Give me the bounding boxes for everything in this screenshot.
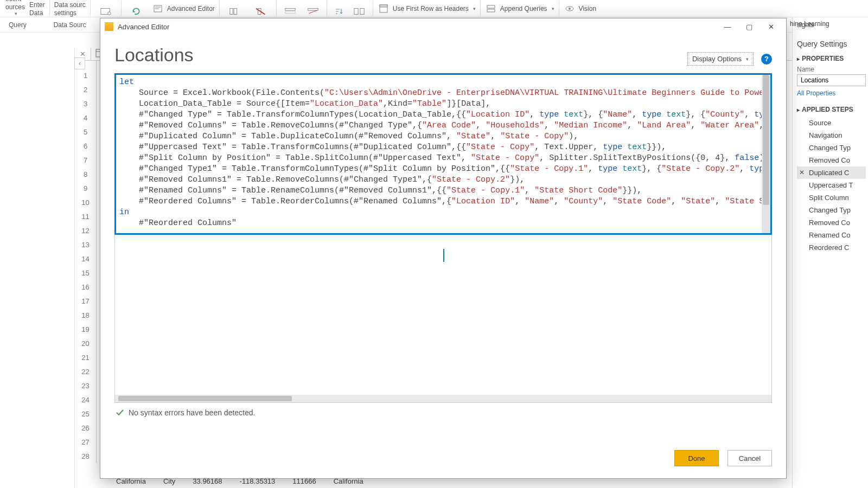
code-content[interactable]: let Source = Excel.Workbook(File.Content… — [116, 75, 770, 231]
row-number[interactable]: 20 — [75, 336, 96, 350]
ribbon-advanced-editor[interactable]: Advanced Editor — [150, 0, 217, 17]
ribbon-data-source-settings[interactable]: Data sourc settings — [52, 0, 88, 17]
applied-step[interactable]: Split Column — [797, 191, 866, 204]
properties-section[interactable]: ▸ PROPERTIES — [797, 52, 866, 65]
ribbon-remove-rows[interactable] — [302, 0, 324, 17]
row-number[interactable]: 3 — [75, 97, 96, 111]
applied-step[interactable]: Changed Typ — [797, 204, 866, 216]
applied-step[interactable]: Navigation — [797, 129, 866, 142]
keep-rows-icon — [284, 7, 296, 16]
ribbon-enter-data[interactable]: Enter Data — [27, 0, 47, 17]
ribbon-split-column[interactable] — [348, 0, 371, 17]
applied-steps-section[interactable]: ▸ APPLIED STEPS — [797, 102, 866, 115]
ribbon-keep-rows[interactable] — [279, 0, 302, 17]
row-number[interactable]: 11 — [75, 209, 96, 223]
row-number[interactable]: 15 — [75, 266, 96, 280]
done-button[interactable]: Done — [674, 450, 719, 466]
applied-step[interactable]: ✕Duplicated C — [797, 166, 866, 179]
svg-rect-24 — [360, 9, 364, 15]
row-number[interactable]: 18 — [75, 308, 96, 322]
ribbon-ml[interactable]: hine Learning — [790, 20, 866, 29]
row-number[interactable]: 14 — [75, 252, 96, 266]
row-number[interactable]: 13 — [75, 237, 96, 252]
row-number[interactable]: 7 — [75, 153, 96, 167]
remove-rows-icon — [307, 7, 319, 16]
ribbon-recent-sources[interactable]: ecent ources▾ — [3, 0, 27, 17]
row-number[interactable]: 5 — [75, 125, 96, 139]
ribbon-vision[interactable]: Vision — [561, 0, 598, 17]
row-number[interactable]: 25 — [75, 407, 96, 421]
eye-icon — [564, 4, 576, 13]
row-number[interactable]: 22 — [75, 364, 96, 378]
editor-icon — [152, 4, 164, 13]
tab-data-source[interactable]: Data Sourc — [48, 21, 92, 29]
ribbon: ecent ources▾ Enter Data Data sourc sett… — [0, 0, 868, 17]
ribbon-refresh[interactable] — [124, 0, 150, 17]
window-title: Advanced Editor — [118, 23, 717, 31]
row-number[interactable]: 2 — [75, 82, 96, 97]
chevron-left-icon: ‹ — [79, 60, 81, 67]
svg-rect-12 — [230, 9, 233, 15]
svg-rect-13 — [234, 9, 237, 15]
applied-step[interactable]: Source — [797, 117, 866, 129]
all-properties-link[interactable]: All Properties — [797, 86, 866, 98]
help-icon[interactable]: ? — [761, 54, 772, 65]
row-number[interactable]: 8 — [75, 167, 96, 181]
ribbon-use-first-row[interactable]: Use First Row as Headers▾ — [375, 0, 478, 17]
advanced-editor-window: Advanced Editor — ▢ ✕ Locations Display … — [100, 18, 787, 479]
svg-rect-26 — [380, 5, 387, 7]
row-number[interactable]: 19 — [75, 322, 96, 336]
horizontal-scrollbar[interactable] — [115, 395, 771, 402]
applied-step[interactable]: Reordered C — [797, 241, 866, 254]
query-name-input[interactable] — [797, 74, 866, 86]
scroll-thumb[interactable] — [118, 396, 292, 401]
query-settings-title: Query Settings — [797, 36, 866, 52]
row-number[interactable]: 4 — [75, 111, 96, 125]
applied-step[interactable]: Removed Co — [797, 216, 866, 229]
applied-step[interactable]: Removed Co — [797, 154, 866, 166]
row-number[interactable]: 21 — [75, 350, 96, 364]
parameters-icon — [100, 7, 112, 16]
scroll-thumb[interactable] — [763, 75, 769, 205]
row-number[interactable]: 28 — [75, 449, 96, 463]
split-icon — [353, 7, 365, 16]
row-number[interactable]: 24 — [75, 393, 96, 407]
applied-step[interactable]: Uppercased T — [797, 179, 866, 191]
collapse-left-button[interactable]: ‹ — [74, 57, 85, 69]
row-number[interactable]: 6 — [75, 139, 96, 153]
headers-icon — [378, 4, 390, 13]
display-options-dropdown[interactable]: Display Options ▾ — [687, 52, 754, 66]
code-editor-extra[interactable] — [114, 235, 772, 403]
ribbon-manage-parameters[interactable] — [93, 0, 119, 17]
applied-step[interactable]: Changed Typ — [797, 142, 866, 154]
close-button[interactable]: ✕ — [760, 19, 782, 34]
row-number[interactable]: 16 — [75, 280, 96, 294]
ribbon-sort-asc[interactable] — [329, 0, 348, 17]
window-titlebar[interactable]: Advanced Editor — ▢ ✕ — [100, 18, 786, 35]
code-editor[interactable]: let Source = Excel.Workbook(File.Content… — [114, 73, 772, 235]
applied-step[interactable]: Renamed Co — [797, 229, 866, 241]
row-number[interactable]: 10 — [75, 195, 96, 209]
svg-line-15 — [256, 9, 265, 15]
row-number[interactable]: 27 — [75, 435, 96, 449]
tab-query[interactable]: Query — [3, 21, 32, 29]
row-number[interactable]: 1 — [75, 68, 96, 82]
chevron-down-icon: ▾ — [746, 56, 749, 62]
row-number[interactable]: 12 — [75, 223, 96, 237]
minimize-icon: — — [724, 23, 731, 31]
svg-rect-16 — [285, 9, 295, 11]
minimize-button[interactable]: — — [717, 19, 738, 34]
row-number[interactable]: 17 — [75, 294, 96, 308]
row-number[interactable]: 23 — [75, 378, 96, 393]
delete-step-icon[interactable]: ✕ — [799, 169, 805, 176]
row-numbers: 1234567891011121314151617181920212223242… — [75, 61, 97, 463]
vertical-scrollbar[interactable] — [762, 75, 770, 233]
row-number[interactable]: 9 — [75, 181, 96, 195]
ribbon-choose-columns[interactable] — [222, 0, 248, 17]
ribbon-remove-columns[interactable] — [248, 0, 274, 17]
queries-pane: ‹ — [0, 48, 75, 488]
cancel-button[interactable]: Cancel — [727, 450, 772, 466]
maximize-button[interactable]: ▢ — [738, 19, 760, 34]
ribbon-append-queries[interactable]: Append Queries▾ — [483, 0, 557, 17]
row-number[interactable]: 26 — [75, 421, 96, 435]
